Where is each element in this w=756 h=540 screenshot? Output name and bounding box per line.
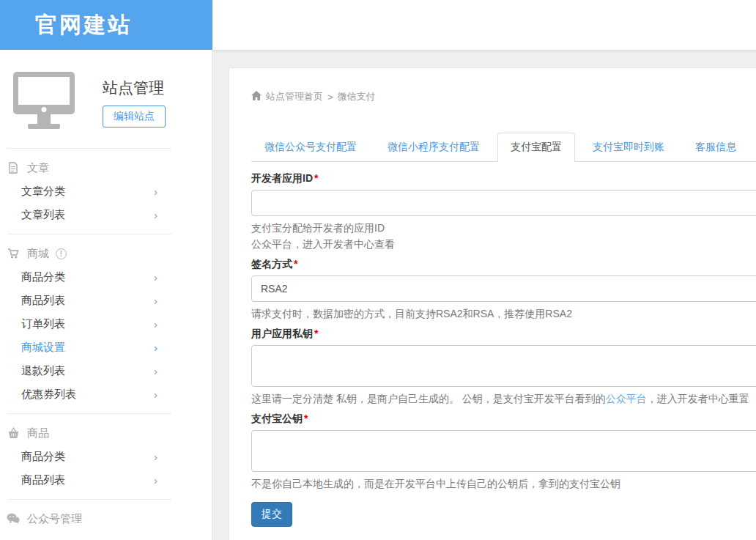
sidebar-item-product-list[interactable]: 商品列表 › bbox=[0, 289, 212, 312]
sidebar-item-mall-settings[interactable]: 商城设置 › bbox=[0, 336, 212, 359]
cart-icon bbox=[6, 248, 21, 259]
sign-type-label: 签名方式 bbox=[251, 258, 292, 270]
chevron-right-icon: › bbox=[154, 366, 158, 377]
article-icon bbox=[6, 162, 21, 174]
section-label: 商品 bbox=[27, 426, 49, 440]
section-label: 文章 bbox=[27, 161, 49, 175]
sidebar-item-label: 订单列表 bbox=[21, 317, 65, 331]
section-label: 公众号管理 bbox=[27, 512, 82, 526]
sidebar-item-coupon-list[interactable]: 优惠券列表 › bbox=[0, 382, 212, 406]
breadcrumb-separator: > bbox=[327, 92, 333, 103]
sidebar-item-goods-list[interactable]: 商品列表 › bbox=[0, 468, 212, 492]
private-key-help-prefix: 这里请一定分清楚 私钥，是商户自己生成的。 公钥，是支付宝开发平台看到的 bbox=[251, 393, 606, 404]
chevron-right-icon: › bbox=[154, 475, 158, 486]
sign-type-help: 请求支付时，数据加密的方式，目前支持RSA2和RSA，推荐使用RSA2 bbox=[251, 306, 756, 322]
edit-site-button[interactable]: 编辑站点 bbox=[103, 106, 166, 127]
tab-alipay-config[interactable]: 支付宝配置 bbox=[497, 133, 575, 162]
site-title: 站点管理 bbox=[103, 78, 164, 98]
form-group-sign-type: 签名方式* 请求支付时，数据加密的方式，目前支持RSA2和RSA，推荐使用RSA… bbox=[251, 256, 756, 322]
site-panel: 站点管理 编辑站点 bbox=[0, 50, 212, 141]
private-key-textarea[interactable] bbox=[251, 345, 756, 387]
public-key-label: 支付宝公钥 bbox=[251, 413, 303, 424]
app-id-help-line1: 支付宝分配给开发者的应用ID bbox=[251, 220, 756, 236]
required-asterisk: * bbox=[314, 328, 318, 339]
sidebar-item-label: 退款列表 bbox=[21, 364, 65, 378]
form-group-app-id: 开发者应用ID* 支付宝分配给开发者的应用ID 公众平台，进入开发者中心查看 bbox=[251, 171, 756, 252]
tab-wechat-mp-pay[interactable]: 微信公众号支付配置 bbox=[251, 133, 370, 162]
sidebar-item-article-list[interactable]: 文章列表 › bbox=[0, 203, 212, 226]
form-group-private-key: 用户应用私钥* 这里请一定分清楚 私钥，是商户自己生成的。 公钥，是支付宝开发平… bbox=[251, 326, 756, 407]
sidebar-item-label: 商城设置 bbox=[21, 341, 65, 355]
breadcrumb-home[interactable]: 站点管理首页 bbox=[266, 90, 323, 103]
sidebar-item-article-category[interactable]: 文章分类 › bbox=[0, 180, 212, 203]
chevron-right-icon: › bbox=[154, 342, 158, 353]
divider bbox=[7, 499, 171, 500]
sidebar-item-label: 文章分类 bbox=[21, 185, 65, 199]
sidebar-item-label: 文章列表 bbox=[21, 208, 65, 222]
private-key-help-link[interactable]: 公众平台 bbox=[606, 393, 647, 404]
sidebar-section-articles: 文章 bbox=[0, 156, 212, 180]
sidebar-item-goods-category[interactable]: 商品分类 › bbox=[0, 445, 212, 468]
sidebar-section-goods: 商品 bbox=[0, 421, 212, 445]
tab-alipay-instant[interactable]: 支付宝即时到账 bbox=[579, 133, 678, 162]
divider bbox=[7, 413, 171, 414]
content-card: 站点管理首页 > 微信支付 微信公众号支付配置 微信小程序支付配置 支付宝配置 … bbox=[229, 67, 756, 540]
private-key-label: 用户应用私钥 bbox=[251, 328, 313, 339]
breadcrumb-current: 微信支付 bbox=[338, 90, 376, 103]
payment-tabs: 微信公众号支付配置 微信小程序支付配置 支付宝配置 支付宝即时到账 客服信息 bbox=[251, 133, 756, 162]
required-asterisk: * bbox=[304, 413, 308, 424]
chevron-right-icon: › bbox=[154, 389, 158, 400]
app-id-label: 开发者应用ID bbox=[251, 172, 313, 184]
divider bbox=[7, 148, 171, 149]
app-logo-text: 官网建站 bbox=[35, 10, 132, 40]
sidebar-item-product-category[interactable]: 商品分类 › bbox=[0, 265, 212, 289]
sidebar-section-official-account[interactable]: 公众号管理 bbox=[0, 507, 212, 530]
private-key-help-suffix: ，进入开发者中心重置 bbox=[647, 393, 749, 404]
app-id-input[interactable] bbox=[251, 190, 756, 216]
main-area: 站点管理首页 > 微信支付 微信公众号支付配置 微信小程序支付配置 支付宝配置 … bbox=[212, 50, 756, 540]
chevron-right-icon: › bbox=[154, 210, 158, 221]
app-id-help-line2: 公众平台，进入开发者中心查看 bbox=[251, 236, 756, 252]
section-label: 商城 bbox=[27, 247, 49, 261]
chevron-right-icon: › bbox=[154, 272, 158, 283]
home-icon[interactable] bbox=[251, 91, 262, 103]
app-logo[interactable]: 官网建站 bbox=[0, 0, 212, 50]
public-key-help: 不是你自己本地生成的，而是在开发平台中上传自己的公钥后，拿到的支付宝公钥 bbox=[251, 476, 756, 492]
tab-customer-service[interactable]: 客服信息 bbox=[682, 133, 749, 162]
sidebar-item-order-list[interactable]: 订单列表 › bbox=[0, 312, 212, 336]
top-bar bbox=[212, 0, 756, 50]
sidebar-item-label: 优惠券列表 bbox=[21, 388, 76, 402]
form-group-public-key: 支付宝公钥* 不是你自己本地生成的，而是在开发平台中上传自己的公钥后，拿到的支付… bbox=[251, 411, 756, 492]
required-asterisk: * bbox=[314, 172, 318, 184]
info-icon: ! bbox=[56, 248, 67, 259]
chevron-right-icon: › bbox=[154, 319, 158, 330]
sidebar-item-label: 商品分类 bbox=[21, 450, 65, 464]
chevron-right-icon: › bbox=[154, 451, 158, 462]
public-key-textarea[interactable] bbox=[251, 430, 756, 472]
alipay-config-form: 开发者应用ID* 支付宝分配给开发者的应用ID 公众平台，进入开发者中心查看 签… bbox=[251, 171, 756, 527]
chevron-right-icon: › bbox=[154, 295, 158, 306]
breadcrumb: 站点管理首页 > 微信支付 bbox=[251, 90, 756, 103]
sidebar: 站点管理 编辑站点 文章 文章分类 › 文章列表 › 商城 ! 商品分类 › 商… bbox=[0, 50, 212, 540]
sidebar-item-refund-list[interactable]: 退款列表 › bbox=[0, 359, 212, 382]
chevron-right-icon: › bbox=[154, 186, 158, 197]
basket-icon bbox=[6, 427, 21, 439]
monitor-icon bbox=[13, 72, 75, 132]
sidebar-item-label: 商品分类 bbox=[21, 270, 65, 284]
wechat-icon bbox=[6, 513, 21, 525]
sidebar-item-label: 商品列表 bbox=[21, 473, 65, 487]
divider bbox=[7, 234, 171, 234]
tab-wechat-miniprogram-pay[interactable]: 微信小程序支付配置 bbox=[374, 133, 493, 162]
sidebar-item-label: 商品列表 bbox=[21, 294, 65, 308]
submit-button[interactable]: 提交 bbox=[251, 502, 292, 527]
sidebar-section-mall: 商城 ! bbox=[0, 242, 212, 265]
sign-type-input[interactable] bbox=[251, 275, 756, 302]
required-asterisk: * bbox=[294, 258, 297, 270]
